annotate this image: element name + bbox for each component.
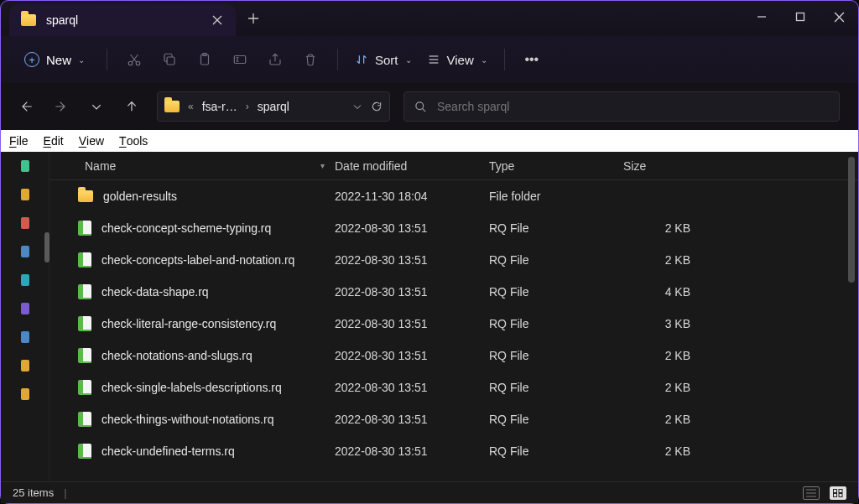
share-button[interactable]: [258, 43, 292, 76]
view-details-icon[interactable]: [803, 486, 820, 500]
sidebar-pin-8[interactable]: [21, 360, 29, 372]
file-list: Name ▾ Date modified Type Size golden-re…: [49, 152, 858, 481]
new-button[interactable]: + New ⌄: [13, 47, 96, 72]
window-controls: [742, 1, 858, 33]
up-button[interactable]: [117, 91, 147, 122]
sidebar-pin-6[interactable]: [21, 303, 29, 314]
sidebar[interactable]: [1, 152, 49, 481]
refresh-icon[interactable]: [371, 101, 383, 112]
table-row[interactable]: check-undefined-terms.rq2022-08-30 13:51…: [49, 435, 858, 467]
file-size: 2 KB: [618, 444, 711, 458]
file-type: RQ File: [489, 349, 618, 362]
column-type[interactable]: Type: [489, 159, 618, 173]
maximize-button[interactable]: [781, 1, 820, 33]
folder-icon: [164, 101, 180, 112]
svg-rect-3: [167, 57, 174, 65]
file-date: 2022-11-30 18:04: [335, 190, 489, 203]
menu-tools[interactable]: Tools: [119, 134, 148, 148]
menu-edit[interactable]: Edit: [44, 134, 64, 148]
file-type: File folder: [489, 190, 618, 203]
new-tab-button[interactable]: [236, 1, 271, 36]
breadcrumb-crumb-1[interactable]: fsa-r…: [202, 100, 237, 113]
file-name: check-concept-scheme-typing.rq: [102, 221, 271, 235]
table-row[interactable]: check-literal-range-consistency.rq2022-0…: [49, 308, 858, 340]
file-type: RQ File: [489, 253, 618, 267]
table-row[interactable]: check-concept-scheme-typing.rq2022-08-30…: [49, 212, 858, 244]
breadcrumb-crumb-2[interactable]: sparql: [258, 100, 289, 113]
menu-view[interactable]: View: [79, 134, 104, 148]
back-button[interactable]: [11, 91, 41, 122]
forward-button[interactable]: [46, 91, 76, 122]
search-bar[interactable]: [403, 91, 840, 122]
svg-rect-10: [834, 493, 837, 496]
folder-icon: [78, 190, 93, 202]
table-row[interactable]: check-single-labels-descriptions.rq2022-…: [49, 372, 858, 403]
status-items: 25 items: [13, 486, 54, 499]
file-type: RQ File: [489, 413, 618, 426]
sort-button[interactable]: Sort ⌄: [348, 48, 419, 72]
file-date: 2022-08-30 13:51: [335, 413, 489, 426]
column-size[interactable]: Size: [618, 159, 711, 173]
view-thumbnails-icon[interactable]: [830, 486, 846, 500]
cut-button[interactable]: [117, 43, 151, 76]
titlebar: sparql: [1, 1, 858, 36]
sidebar-pin-2[interactable]: [21, 189, 29, 200]
rq-file-icon: [78, 348, 91, 363]
rq-file-icon: [78, 252, 91, 268]
tab-current[interactable]: sparql: [9, 4, 236, 36]
address-bar[interactable]: « fsa-r… › sparql: [157, 91, 390, 122]
column-date[interactable]: Date modified: [335, 159, 489, 173]
file-name: check-concepts-label-and-notation.rq: [102, 253, 294, 267]
close-tab-icon[interactable]: [212, 15, 224, 25]
menu-file[interactable]: File: [9, 134, 29, 148]
list-scrollbar[interactable]: [848, 157, 855, 283]
recent-button[interactable]: [81, 91, 112, 122]
table-row[interactable]: check-notations-and-slugs.rq2022-08-30 1…: [49, 340, 858, 372]
chevron-right-icon: ›: [246, 101, 249, 112]
sidebar-pin-4[interactable]: [21, 246, 29, 257]
copy-button[interactable]: [153, 43, 186, 76]
file-date: 2022-08-30 13:51: [335, 253, 489, 267]
rq-file-icon: [78, 380, 91, 395]
table-row[interactable]: golden-results2022-11-30 18:04File folde…: [49, 180, 858, 212]
table-row[interactable]: check-things-without-notations.rq2022-08…: [49, 403, 858, 435]
file-size: 3 KB: [618, 317, 711, 330]
sidebar-pin-7[interactable]: [21, 331, 29, 343]
plus-circle-icon: +: [24, 52, 39, 67]
svg-point-7: [416, 101, 424, 109]
file-size: 2 KB: [618, 349, 711, 362]
paste-button[interactable]: [188, 43, 221, 76]
nav-row: « fsa-r… › sparql: [1, 83, 858, 130]
folder-icon: [21, 14, 36, 26]
file-name: check-literal-range-consistency.rq: [102, 317, 276, 330]
svg-rect-0: [797, 13, 804, 21]
table-row[interactable]: check-concepts-label-and-notation.rq2022…: [49, 244, 858, 276]
sidebar-pin-3[interactable]: [21, 217, 29, 229]
file-name: check-things-without-notations.rq: [102, 413, 273, 426]
file-type: RQ File: [489, 285, 618, 299]
svg-point-2: [136, 61, 140, 65]
sidebar-pin-9[interactable]: [21, 388, 29, 400]
file-date: 2022-08-30 13:51: [335, 221, 489, 235]
minimize-button[interactable]: [742, 1, 781, 33]
column-name[interactable]: Name ▾: [49, 159, 335, 173]
file-name: check-single-labels-descriptions.rq: [102, 381, 282, 394]
svg-point-1: [128, 61, 133, 65]
delete-button[interactable]: [294, 43, 327, 76]
chevron-down-icon: ⌄: [481, 55, 487, 65]
close-window-button[interactable]: [820, 1, 858, 33]
search-input[interactable]: [437, 100, 829, 113]
sidebar-pin-1[interactable]: [21, 160, 29, 172]
more-button[interactable]: •••: [515, 43, 549, 76]
toolbar: + New ⌄ Sort ⌄ View: [1, 36, 858, 83]
rename-button[interactable]: [223, 43, 257, 76]
file-size: 2 KB: [618, 221, 711, 235]
file-size: 2 KB: [618, 413, 711, 426]
file-size: 2 KB: [618, 381, 711, 394]
statusbar: 25 items |: [1, 481, 858, 503]
sidebar-pin-5[interactable]: [21, 274, 29, 286]
view-button[interactable]: View ⌄: [420, 48, 494, 72]
rq-file-icon: [78, 221, 91, 236]
address-dropdown-icon[interactable]: [352, 101, 362, 112]
table-row[interactable]: check-data-shape.rq2022-08-30 13:51RQ Fi…: [49, 276, 858, 308]
